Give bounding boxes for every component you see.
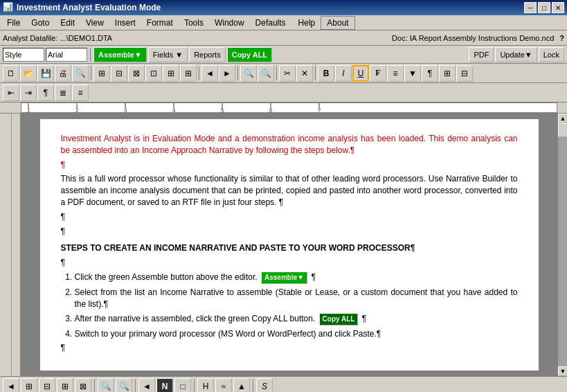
bt-up-icon[interactable]: ▲ bbox=[233, 378, 250, 392]
left-arrow-icon[interactable]: ◄ bbox=[201, 65, 218, 82]
bt-sep-4 bbox=[253, 380, 253, 392]
toolbar-assemble: Style Arial Assemble▼ Fields ▼ Reports C… bbox=[0, 46, 567, 64]
datafile-path: Analyst Datafile: ...\DEMO1.DTA bbox=[3, 34, 392, 42]
scroll-down-button[interactable]: ▼ bbox=[558, 366, 567, 376]
toolbar-indent: ⇤ ⇥ ¶ ≣ ≡ bbox=[0, 83, 567, 103]
svg-text:6: 6 bbox=[269, 107, 273, 113]
menu-format[interactable]: Format bbox=[141, 16, 179, 30]
step-2: Select from the list an Income Narrative… bbox=[75, 287, 518, 310]
minimize-button[interactable]: ─ bbox=[524, 2, 537, 13]
indent-right-icon[interactable]: ⇥ bbox=[20, 84, 37, 101]
align-left-icon[interactable]: ≡ bbox=[387, 65, 404, 82]
menu-help[interactable]: Help bbox=[293, 16, 321, 30]
step-3: After the narrative is assembled, click … bbox=[75, 313, 518, 326]
zoom-icon[interactable]: 🔍 bbox=[240, 65, 257, 82]
sep-5 bbox=[276, 66, 277, 80]
scissors-icon[interactable]: ✂ bbox=[279, 65, 296, 82]
fields-button[interactable]: Fields ▼ bbox=[148, 47, 188, 62]
steps-list: Click the green Assemble button above th… bbox=[75, 271, 518, 339]
save-icon[interactable]: 💾 bbox=[37, 65, 54, 82]
bt-wave-icon[interactable]: ≈ bbox=[215, 378, 232, 392]
preview-icon[interactable]: 🔍 bbox=[72, 65, 89, 82]
copyall-inline-btn[interactable]: Copy ALL bbox=[319, 313, 359, 326]
menu-about[interactable]: About bbox=[321, 16, 354, 30]
style-selector[interactable]: Style bbox=[3, 48, 44, 62]
para-icon[interactable]: ¶ bbox=[422, 65, 438, 82]
zoom-out-icon[interactable]: 🔍 bbox=[116, 378, 132, 392]
italic-icon[interactable]: I bbox=[335, 65, 352, 82]
grid-icon[interactable]: ⊞ bbox=[439, 65, 456, 82]
indent-left-icon[interactable]: ⇤ bbox=[3, 84, 19, 101]
editor-area: Investment Analyst is in Evaluation Mode… bbox=[0, 114, 567, 376]
menu-defaults[interactable]: Defaults bbox=[250, 16, 291, 30]
font-selector[interactable]: Arial bbox=[46, 48, 87, 62]
right-arrow-icon[interactable]: ► bbox=[219, 65, 235, 82]
copy-all-button[interactable]: Copy ALL bbox=[227, 47, 273, 62]
table4-icon[interactable]: ⊡ bbox=[145, 65, 162, 82]
bt-icon-1[interactable]: ◄ bbox=[3, 378, 19, 392]
menu-insert[interactable]: Insert bbox=[109, 16, 141, 30]
bt-script-icon[interactable]: S bbox=[256, 378, 273, 392]
right-scrollbar: ▲ ▼ bbox=[557, 114, 567, 376]
close-button[interactable]: ✕ bbox=[552, 2, 564, 13]
para-style-icon[interactable]: ¶ bbox=[37, 84, 54, 101]
menu-tools[interactable]: Tools bbox=[179, 16, 209, 30]
para-6: ¶ bbox=[61, 257, 518, 269]
scroll-up-button[interactable]: ▲ bbox=[558, 114, 567, 123]
bt-icon-3[interactable]: ⊟ bbox=[39, 378, 55, 392]
bold-icon[interactable]: B bbox=[318, 65, 334, 82]
menu-goto[interactable]: Goto bbox=[26, 16, 55, 30]
bt-icon-2[interactable]: ⊞ bbox=[21, 378, 37, 392]
new-doc-icon[interactable]: 🗋 bbox=[3, 65, 19, 82]
table5-icon[interactable]: ⊞ bbox=[163, 65, 179, 82]
title-bar-buttons: ─ □ ✕ bbox=[524, 2, 564, 13]
bt-arrow-icon[interactable]: ◄ bbox=[138, 378, 155, 392]
grid2-icon[interactable]: ⊟ bbox=[456, 65, 473, 82]
app-icon: 📊 bbox=[3, 2, 14, 13]
table2-icon[interactable]: ⊟ bbox=[111, 65, 127, 82]
pdf-button[interactable]: PDF bbox=[469, 47, 494, 62]
list-icon[interactable]: ≣ bbox=[55, 84, 71, 101]
table-icon[interactable]: ⊞ bbox=[93, 65, 110, 82]
zoom-in-icon[interactable]: 🔍 bbox=[98, 378, 114, 392]
lock-button[interactable]: Lock bbox=[539, 47, 564, 62]
para-1: Investment Analyst is in Evaluation Mode… bbox=[61, 133, 518, 157]
assemble-button[interactable]: Assemble▼ bbox=[93, 47, 147, 62]
underline-icon[interactable]: U bbox=[352, 65, 369, 82]
para-3: This is a full word processor whose func… bbox=[61, 173, 518, 208]
help-question[interactable]: ? bbox=[559, 34, 564, 42]
scroll-thumb[interactable] bbox=[558, 123, 567, 137]
reports-button[interactable]: Reports bbox=[189, 47, 226, 62]
list2-icon[interactable]: ≡ bbox=[72, 84, 89, 101]
svg-text:2: 2 bbox=[75, 107, 79, 113]
maximize-button[interactable]: □ bbox=[538, 2, 550, 13]
menu-view[interactable]: View bbox=[80, 16, 109, 30]
font-icon[interactable]: F bbox=[370, 65, 386, 82]
bt-icon-4[interactable]: ⊞ bbox=[57, 378, 73, 392]
doc-name: Doc: IA Report Assembly Instructions Dem… bbox=[392, 34, 554, 42]
scroll-track bbox=[558, 123, 567, 366]
bt-n-icon[interactable]: N bbox=[156, 378, 173, 392]
table6-icon[interactable]: ⊞ bbox=[180, 65, 197, 82]
assemble-inline-btn[interactable]: Assemble▼ bbox=[261, 271, 307, 284]
bt-h-icon[interactable]: H bbox=[197, 378, 214, 392]
menu-edit[interactable]: Edit bbox=[55, 16, 80, 30]
sep-2 bbox=[91, 66, 91, 80]
align-dropdown-icon[interactable]: ▼ bbox=[404, 65, 421, 82]
bt-box-icon[interactable]: □ bbox=[174, 378, 191, 392]
sep-6 bbox=[315, 66, 316, 80]
menu-file[interactable]: File bbox=[1, 16, 26, 30]
zoom2-icon[interactable]: 🔍 bbox=[258, 65, 274, 82]
svg-text:1: 1 bbox=[27, 107, 30, 113]
update-button[interactable]: Update▼ bbox=[495, 47, 537, 62]
svg-text:4: 4 bbox=[172, 107, 176, 113]
bt-icon-5[interactable]: ⊠ bbox=[75, 378, 91, 392]
print-icon[interactable]: 🖨 bbox=[55, 65, 71, 82]
para-5: ¶ bbox=[61, 226, 518, 238]
step-4: Switch to your primary word processor (M… bbox=[75, 328, 518, 340]
open-icon[interactable]: 📂 bbox=[20, 65, 37, 82]
x-icon[interactable]: ✕ bbox=[296, 65, 313, 82]
table3-icon[interactable]: ⊠ bbox=[128, 65, 145, 82]
document-scroll[interactable]: Investment Analyst is in Evaluation Mode… bbox=[21, 114, 557, 376]
menu-window[interactable]: Window bbox=[209, 16, 250, 30]
